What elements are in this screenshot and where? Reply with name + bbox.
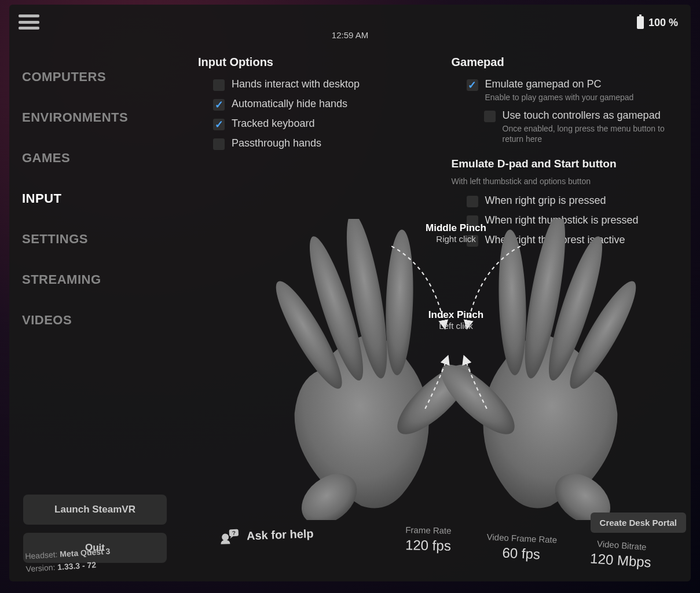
- input-options-section: Input Options Hands interact with deskto…: [198, 56, 426, 250]
- checkbox-label: Use touch controllers as gamepad: [503, 109, 680, 122]
- option-tracked-keyboard[interactable]: Tracked keyboard: [198, 114, 426, 134]
- checkbox-label: When right grip is pressed: [485, 195, 606, 207]
- gesture-title: Index Pinch: [398, 309, 514, 321]
- sidebar-item-settings[interactable]: SETTINGS: [9, 219, 181, 259]
- checkbox-label: When right thumbstick is pressed: [485, 214, 639, 226]
- checkbox-label: Automatically hide hands: [232, 98, 347, 110]
- option-passthrough-hands[interactable]: Passthrough hands: [198, 134, 426, 153]
- checkbox[interactable]: [484, 111, 496, 122]
- svg-point-12: [222, 533, 229, 540]
- sidebar-item-environments[interactable]: ENVIRONMENTS: [9, 97, 181, 138]
- svg-point-4: [388, 354, 481, 444]
- option-hands-desktop[interactable]: Hands interact with desktop: [198, 75, 426, 94]
- battery-icon: [637, 16, 644, 29]
- sidebar-item-games[interactable]: GAMES: [9, 138, 181, 178]
- checkbox-sublabel: Enable to play games with your gamepad: [485, 92, 634, 103]
- ask-for-help-button[interactable]: ? Ask for help: [220, 525, 314, 545]
- ask-for-help-label: Ask for help: [247, 527, 314, 543]
- option-right-thumbrest[interactable]: When right thumbrest is active: [452, 230, 680, 250]
- launch-steamvr-button[interactable]: Launch SteamVR: [23, 495, 167, 525]
- option-auto-hide-hands[interactable]: Automatically hide hands: [198, 94, 426, 114]
- checkbox[interactable]: [467, 235, 478, 247]
- battery-status: 100 %: [637, 16, 678, 29]
- gamepad-title: Gamepad: [452, 56, 680, 69]
- svg-text:?: ?: [232, 530, 236, 536]
- gamepad-section: Gamepad Emulate gamepad on PC Enable to …: [452, 56, 680, 250]
- svg-point-9: [496, 229, 528, 376]
- checkbox-label: When right thumbrest is active: [485, 234, 625, 246]
- checkbox-label: Emulate gamepad on PC: [485, 78, 634, 90]
- help-icon: ?: [220, 528, 240, 545]
- svg-point-0: [266, 275, 351, 396]
- checkbox-label: Hands interact with desktop: [232, 78, 360, 90]
- gesture-sub: Left click: [398, 321, 514, 331]
- svg-point-5: [292, 463, 367, 520]
- top-bar: 12:59 AM 100 %: [9, 5, 691, 39]
- create-desk-portal-button[interactable]: Create Desk Portal: [591, 513, 686, 533]
- clock: 12:59 AM: [332, 30, 368, 40]
- option-right-thumbstick[interactable]: When right thumbstick is pressed: [452, 211, 680, 230]
- checkbox-label: Tracked keyboard: [232, 118, 314, 130]
- checkbox[interactable]: [467, 215, 478, 227]
- sidebar-buttons: Launch SteamVR Quit: [9, 495, 181, 581]
- svg-point-7: [540, 232, 612, 385]
- checkbox-sublabel: Once enabled, long press the menu button…: [503, 123, 680, 144]
- svg-point-10: [431, 354, 524, 444]
- hamburger-menu-icon[interactable]: [17, 12, 41, 32]
- svg-point-1: [300, 232, 373, 385]
- svg-point-6: [560, 275, 646, 396]
- sidebar-item-streaming[interactable]: STREAMING: [9, 259, 181, 300]
- option-right-grip[interactable]: When right grip is pressed: [452, 191, 680, 211]
- main-content: Input Options Hands interact with deskto…: [181, 39, 691, 581]
- checkbox[interactable]: [467, 79, 478, 91]
- svg-point-11: [545, 463, 620, 520]
- dpad-desc: With left thumbstick and options button: [452, 176, 680, 187]
- svg-point-3: [383, 229, 415, 376]
- settings-panel: 12:59 AM 100 % COMPUTERS ENVIRONMENTS GA…: [9, 5, 691, 581]
- checkbox-label: Passthrough hands: [232, 137, 321, 149]
- sidebar-item-videos[interactable]: VIDEOS: [9, 300, 181, 341]
- checkbox[interactable]: [213, 138, 225, 150]
- dpad-title: Emulate D-pad and Start button: [452, 158, 680, 170]
- checkbox[interactable]: [213, 99, 225, 111]
- sidebar: COMPUTERS ENVIRONMENTS GAMES INPUT SETTI…: [9, 39, 181, 581]
- option-emulate-gamepad[interactable]: Emulate gamepad on PC Enable to play gam…: [452, 75, 680, 106]
- panel-body: COMPUTERS ENVIRONMENTS GAMES INPUT SETTI…: [9, 39, 691, 581]
- checkbox[interactable]: [213, 119, 225, 130]
- battery-percent: 100 %: [648, 17, 678, 29]
- quit-button[interactable]: Quit: [23, 533, 167, 563]
- gesture-index-pinch: Index Pinch Left click: [398, 309, 514, 331]
- sidebar-item-computers[interactable]: COMPUTERS: [9, 57, 181, 97]
- sidebar-item-input[interactable]: INPUT: [9, 178, 181, 219]
- checkbox[interactable]: [467, 196, 478, 207]
- option-touch-as-gamepad[interactable]: Use touch controllers as gamepad Once en…: [452, 106, 680, 148]
- input-options-title: Input Options: [198, 56, 426, 69]
- checkbox[interactable]: [213, 79, 225, 91]
